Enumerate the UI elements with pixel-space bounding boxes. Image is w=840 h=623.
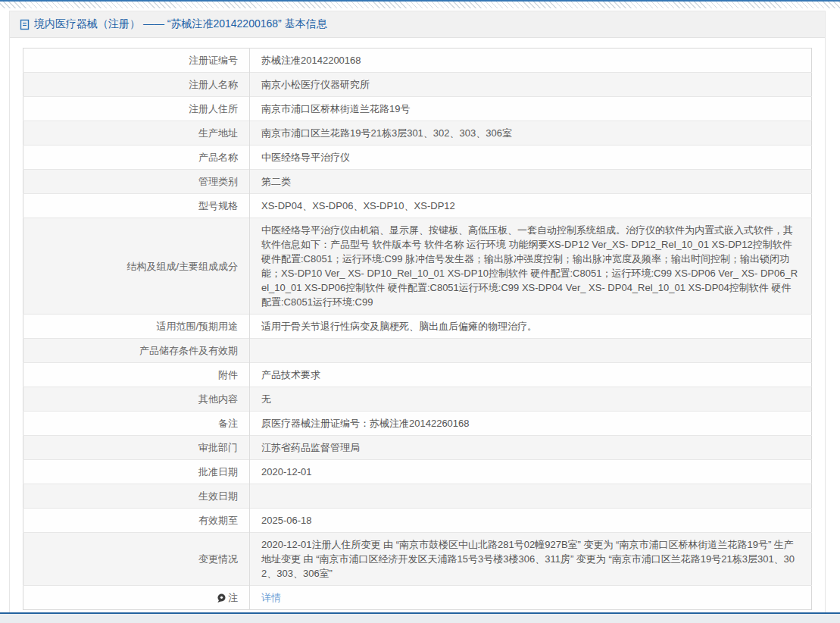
row-value: 2025-06-18	[250, 509, 812, 533]
registration-info-table: 注册证编号 苏械注准20142200168 注册人名称 南京小松医疗仪器研究所 …	[23, 48, 812, 610]
row-label: 审批部门	[23, 436, 250, 460]
row-value: 中医经络导平治疗仪由机箱、显示屏、按键板、高低压板、一套自动控制系统组成。治疗仪…	[250, 218, 812, 315]
comment-balloon-icon	[217, 590, 226, 605]
row-value: 原医疗器械注册证编号：苏械注准20142260168	[250, 412, 812, 436]
row-label: 生效日期	[23, 484, 250, 509]
row-label: 注册证编号	[23, 49, 250, 73]
table-row: 变更情况 2020-12-01注册人住所变更 由 “南京市鼓楼区中山北路281号…	[23, 533, 812, 586]
row-label: 注	[23, 586, 250, 610]
table-row-note: 注 详情	[23, 586, 812, 610]
table-row: 有效期至 2025-06-18	[23, 509, 812, 533]
row-label: 备注	[23, 412, 250, 436]
table-row: 批准日期 2020-12-01	[23, 460, 812, 484]
table-row: 型号规格 XS-DP04、XS-DP06、XS-DP10、XS-DP12	[23, 194, 812, 218]
table-row: 注册人名称 南京小松医疗仪器研究所	[23, 73, 812, 97]
row-value: 苏械注准20142200168	[250, 49, 812, 73]
row-value: 南京小松医疗仪器研究所	[250, 73, 812, 97]
row-value: 南京市浦口区桥林街道兰花路19号	[250, 97, 812, 121]
panel-header: 境内医疗器械（注册） —— “苏械注准20142200168” 基本信息	[10, 11, 825, 38]
table-row: 注册证编号 苏械注准20142200168	[23, 49, 812, 73]
record-panel: 境内医疗器械（注册） —— “苏械注准20142200168” 基本信息 注册证…	[9, 11, 826, 619]
row-value: 中医经络导平治疗仪	[250, 146, 812, 170]
row-value: 江苏省药品监督管理局	[250, 436, 812, 460]
row-label: 生产地址	[23, 121, 250, 146]
table-row: 注册人住所 南京市浦口区桥林街道兰花路19号	[23, 97, 812, 121]
table-row: 产品储存条件及有效期	[23, 339, 812, 363]
row-label: 适用范围/预期用途	[23, 315, 250, 339]
top-striped-band	[0, 0, 840, 8]
table-row: 生产地址 南京市浦口区兰花路19号21栋3层301、302、303、306室	[23, 121, 812, 146]
row-label: 附件	[23, 363, 250, 387]
row-value: 南京市浦口区兰花路19号21栋3层301、302、303、306室	[250, 121, 812, 146]
row-value: 适用于骨关节退行性病变及脑梗死、脑出血后偏瘫的物理治疗。	[250, 315, 812, 339]
table-row: 产品名称 中医经络导平治疗仪	[23, 146, 812, 170]
table-row: 生效日期	[23, 484, 812, 509]
note-label-text: 注	[228, 590, 238, 605]
row-label: 管理类别	[23, 170, 250, 194]
document-icon	[20, 19, 30, 30]
row-label: 型号规格	[23, 194, 250, 218]
row-value: XS-DP04、XS-DP06、XS-DP10、XS-DP12	[250, 194, 812, 218]
row-value: 2020-12-01	[250, 460, 812, 484]
row-label: 有效期至	[23, 509, 250, 533]
row-value: 2020-12-01注册人住所变更 由 “南京市鼓楼区中山北路281号02幢92…	[250, 533, 812, 586]
row-value: 产品技术要求	[250, 363, 812, 387]
row-label: 其他内容	[23, 387, 250, 412]
page-title: 境内医疗器械（注册） —— “苏械注准20142200168” 基本信息	[34, 17, 327, 31]
table-row: 附件 产品技术要求	[23, 363, 812, 387]
detail-link[interactable]: 详情	[261, 592, 281, 603]
table-row: 备注 原医疗器械注册证编号：苏械注准20142260168	[23, 412, 812, 436]
row-value: 详情	[250, 586, 812, 610]
row-label: 批准日期	[23, 460, 250, 484]
table-row: 管理类别 第二类	[23, 170, 812, 194]
row-label: 注册人住所	[23, 97, 250, 121]
row-label: 变更情况	[23, 533, 250, 586]
table-row: 结构及组成/主要组成成分 中医经络导平治疗仪由机箱、显示屏、按键板、高低压板、一…	[23, 218, 812, 315]
row-value: 无	[250, 387, 812, 412]
row-label: 产品名称	[23, 146, 250, 170]
row-value	[250, 339, 812, 363]
table-row: 适用范围/预期用途 适用于骨关节退行性病变及脑梗死、脑出血后偏瘫的物理治疗。	[23, 315, 812, 339]
table-row: 审批部门 江苏省药品监督管理局	[23, 436, 812, 460]
row-value	[250, 484, 812, 509]
row-value: 第二类	[250, 170, 812, 194]
row-label: 注册人名称	[23, 73, 250, 97]
footer-band	[0, 614, 840, 623]
table-row: 其他内容 无	[23, 387, 812, 412]
row-label: 结构及组成/主要组成成分	[23, 218, 250, 315]
panel-body: 注册证编号 苏械注准20142200168 注册人名称 南京小松医疗仪器研究所 …	[10, 38, 825, 618]
row-label: 产品储存条件及有效期	[23, 339, 250, 363]
